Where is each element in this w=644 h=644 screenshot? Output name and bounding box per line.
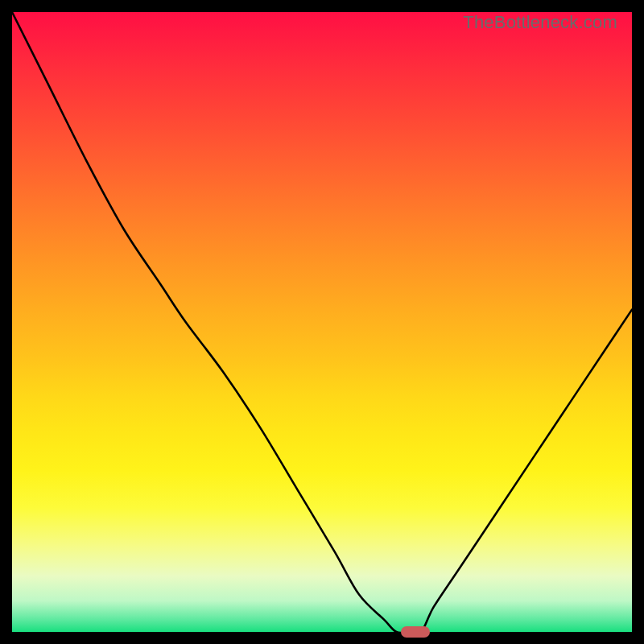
bottleneck-curve — [12, 12, 632, 632]
curve-path — [12, 12, 632, 634]
plot-area: TheBottleneck.com — [12, 12, 632, 632]
optimal-marker — [401, 626, 430, 638]
chart-frame: TheBottleneck.com — [0, 0, 644, 644]
